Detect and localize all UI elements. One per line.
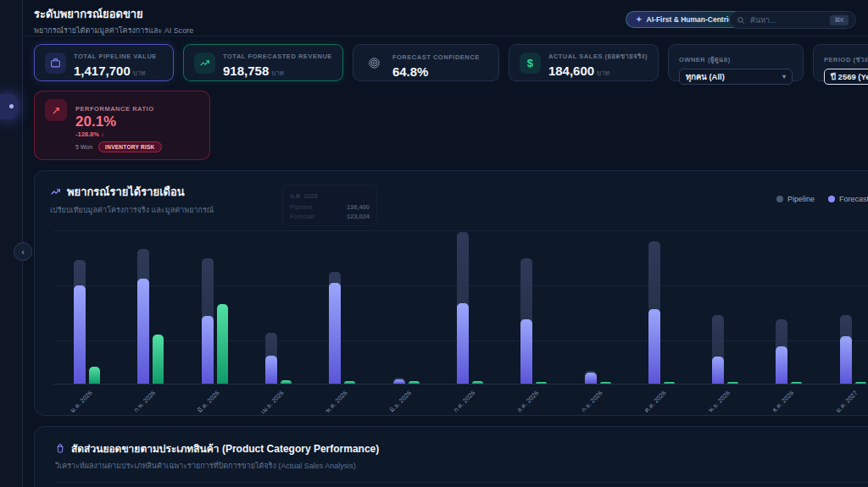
legend-item-pipeline[interactable]: Pipeline xyxy=(776,195,815,203)
actual-bar[interactable] xyxy=(600,382,611,384)
sidebar-active-item[interactable] xyxy=(0,94,18,119)
kpi-label: FORECAST CONFIDENCE xyxy=(392,53,480,61)
x-axis-label: มิ.ย. 2026 xyxy=(387,388,413,414)
forecast-bar[interactable] xyxy=(585,373,597,384)
x-axis-label: ก.ค. 2026 xyxy=(450,388,476,414)
inventory-risk-badge: INVENTORY RISK xyxy=(98,141,161,152)
period-filter-label: PERIOD (ช่วงเวลา) xyxy=(824,56,868,64)
actual-bar[interactable] xyxy=(89,367,100,384)
forecast-bar[interactable] xyxy=(712,357,724,384)
actual-bar[interactable] xyxy=(281,380,292,384)
bar-group[interactable]: ก.ค. 2026 xyxy=(457,220,483,384)
x-axis-label: พ.ย. 2026 xyxy=(706,388,732,414)
actual-bar[interactable] xyxy=(664,382,675,384)
kpi-actual-sales: $ ACTUAL SALES (ยอดขายจริง) 184,600บาท xyxy=(509,44,659,81)
performance-ratio-card: ↗ PERFORMANCE RATIO 20.1% -128.8% ↓ 5 Wo… xyxy=(34,91,210,160)
search-box[interactable]: ⌘K xyxy=(729,11,856,29)
actual-bar[interactable] xyxy=(344,381,355,384)
actual-bar[interactable] xyxy=(409,381,420,384)
owner-filter-label: OWNER (ผู้ดูแล) xyxy=(679,56,731,64)
kpi-label: TOTAL PIPELINE VALUE xyxy=(74,53,157,60)
sparkle-icon: ✦ xyxy=(636,15,643,24)
active-dot-icon xyxy=(9,104,14,108)
bar-group[interactable]: เม.ย. 2026 xyxy=(265,220,292,384)
category-subtitle: วิเคราะห์ผลงานตามประเภทสินค้าเฉพาะรายการ… xyxy=(55,460,868,472)
period-filter-card: PERIOD (ช่วงเวลา) ปี 2569 (Year 2026) xyxy=(813,44,868,81)
forecast-bar[interactable] xyxy=(840,336,852,384)
kpi-total-pipeline-value: TOTAL PIPELINE VALUE 1,417,700บาท xyxy=(34,44,174,81)
tooltip-pipeline-row: Pipeline136,400 xyxy=(290,203,370,211)
kpi-label: TOTAL FORECASTED REVENUE xyxy=(223,53,332,60)
main-content: ระดับพยากรณ์ยอดขาย พยากรณ์รายได้ตามมูลค่… xyxy=(23,0,868,487)
actual-bar[interactable] xyxy=(472,381,483,384)
forecast-bar[interactable] xyxy=(457,303,469,384)
bar-group[interactable]: ต.ค. 2026 xyxy=(648,220,675,384)
forecast-bar[interactable] xyxy=(202,316,214,384)
pipeline-dot-icon xyxy=(776,196,783,202)
bar-group[interactable]: ม.ค. 2027 xyxy=(840,220,866,384)
chevron-down-icon: ▾ xyxy=(782,73,786,80)
arrow-down-icon: ↓ xyxy=(101,130,104,138)
actual-bar[interactable] xyxy=(217,304,228,384)
forecast-dot-icon xyxy=(828,196,835,202)
x-axis-label: ส.ค. 2026 xyxy=(515,388,541,414)
search-icon xyxy=(737,16,745,25)
sidebar-collapse-button[interactable]: ‹ xyxy=(14,242,32,261)
bar-group[interactable]: ม.ค. 2026 xyxy=(74,220,100,384)
x-axis-label: ม.ค. 2027 xyxy=(833,388,860,415)
bar-group[interactable]: ก.พ. 2026 xyxy=(137,220,164,384)
trending-up-icon xyxy=(194,53,215,74)
legend-item-forecast[interactable]: Forecast xyxy=(828,195,868,203)
category-title: สัดส่วนยอดขายตามประเภทสินค้า (Product Ca… xyxy=(71,440,379,457)
performance-ratio-label: PERFORMANCE RATIO xyxy=(75,105,154,113)
chart-subtitle: เปรียบเทียบมูลค่าโครงการจริง และมูลค่าพย… xyxy=(50,204,868,216)
bar-plot: ม.ค. 2026ก.พ. 2026มี.ค. 2026เม.ย. 2026พ.… xyxy=(53,220,868,385)
forecast-bar[interactable] xyxy=(776,346,787,384)
forecast-bar[interactable] xyxy=(648,309,660,384)
period-select-value: ปี 2569 (Year 2026) xyxy=(831,70,868,83)
forecast-bar[interactable] xyxy=(393,379,405,384)
kpi-label: ACTUAL SALES (ยอดขายจริง) xyxy=(548,53,648,60)
actual-bar[interactable] xyxy=(153,335,164,384)
forecast-bar[interactable] xyxy=(74,285,86,384)
forecast-bar[interactable] xyxy=(329,283,341,384)
tooltip-title: พ.ค. 2026 xyxy=(290,191,370,201)
revenue-forecast-panel: พยากรณ์รายได้รายเดือน เปรียบเทียบมูลค่าโ… xyxy=(34,170,868,416)
search-shortcut: ⌘K xyxy=(830,15,849,25)
actual-bar[interactable] xyxy=(791,382,802,384)
forecast-bar[interactable] xyxy=(520,319,532,384)
actual-bar[interactable] xyxy=(855,382,866,384)
legend-label: Forecast xyxy=(839,195,868,203)
bar-group[interactable]: ธ.ค. 2026 xyxy=(776,220,802,384)
sidebar: ‹ xyxy=(0,0,23,487)
forecast-bar[interactable] xyxy=(265,356,277,384)
period-select[interactable]: ปี 2569 (Year 2026) xyxy=(824,69,868,85)
performance-ratio-value: 20.1% xyxy=(75,114,162,130)
divider xyxy=(55,482,868,483)
bar-group[interactable]: พ.ย. 2026 xyxy=(712,220,738,384)
bar-group[interactable]: ก.ย. 2026 xyxy=(585,220,611,384)
app-root: ‹ ระดับพยากรณ์ยอดขาย พยากรณ์รายได้ตามมูล… xyxy=(0,0,868,487)
bar-group[interactable]: มิ.ย. 2026 xyxy=(393,220,420,384)
kpi-forecast-confidence: FORECAST CONFIDENCE 64.8% xyxy=(353,44,499,81)
deals-won-count: 5 Won xyxy=(75,144,92,150)
performance-ratio-delta: -128.8% ↓ xyxy=(75,130,162,138)
owner-filter-card: OWNER (ผู้ดูแล) ทุกคน (All) ▾ xyxy=(668,44,804,81)
forecast-bar[interactable] xyxy=(137,279,149,384)
shopping-bag-icon xyxy=(55,443,65,453)
kpi-value: 184,600บาท xyxy=(548,64,648,79)
x-axis-label: พ.ค. 2026 xyxy=(322,388,349,415)
actual-bar[interactable] xyxy=(727,382,738,384)
target-icon xyxy=(364,53,385,74)
bar-group[interactable]: พ.ค. 2026 xyxy=(329,220,355,384)
kpi-row: TOTAL PIPELINE VALUE 1,417,700บาท TOTAL … xyxy=(34,44,868,81)
bar-group[interactable]: ส.ค. 2026 xyxy=(520,220,547,384)
actual-bar[interactable] xyxy=(536,382,547,384)
arrow-up-right-icon: ↗ xyxy=(45,99,67,121)
x-axis-label: มี.ค. 2026 xyxy=(195,388,222,415)
owner-select[interactable]: ทุกคน (All) ▾ xyxy=(679,69,793,85)
bar-group[interactable]: มี.ค. 2026 xyxy=(202,220,228,384)
briefcase-icon xyxy=(45,53,66,74)
search-input[interactable] xyxy=(750,16,825,25)
owner-select-value: ทุกคน (All) xyxy=(686,70,725,83)
